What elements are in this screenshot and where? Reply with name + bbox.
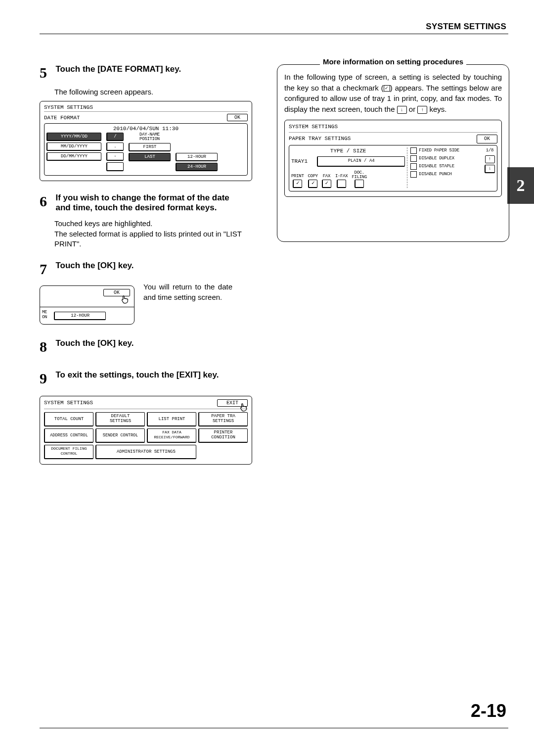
col-print: PRINT	[291, 173, 304, 180]
checkbox-docfiling[interactable]	[355, 180, 364, 188]
step-number: 7	[40, 261, 53, 278]
step-title: If you wish to change the format of the …	[55, 193, 243, 213]
menu-paper-tray[interactable]: PAPER TRASETTINGS	[198, 412, 248, 426]
page-header: SYSTEM SETTINGS	[426, 22, 506, 32]
info-callout: More information on setting procedures I…	[277, 64, 509, 242]
step-number: 6	[40, 193, 53, 210]
step-number: 5	[40, 64, 53, 81]
page-up-button[interactable]: ↑	[485, 155, 495, 163]
step-title: Touch the [OK] key.	[55, 338, 243, 348]
datetime-display: 2010/04/04/SUN 11:30	[46, 126, 245, 132]
hour-12[interactable]: 12-HOUR	[176, 153, 218, 161]
separator-blank[interactable]	[106, 162, 124, 171]
hour-12[interactable]: 12-HOUR	[54, 312, 106, 320]
screen-subtitle: DATE FORMAT	[44, 115, 80, 121]
opt-disable-punch: DISABLE PUNCH	[419, 171, 451, 178]
type-size-label: TYPE / SIZE	[291, 147, 405, 155]
opt-fixed-paper: FIXED PAPER SIDE	[419, 147, 459, 154]
step-body: The following screen appears.	[54, 87, 252, 97]
menu-sender-control[interactable]: SENDER CONTROL	[95, 428, 145, 443]
page-down-button[interactable]: ↓	[485, 165, 495, 173]
page-indicator: 1/8	[486, 147, 493, 154]
exit-screen: SYSTEM SETTINGS EXIT TOTAL COUNT DEFAULT…	[40, 396, 252, 465]
step-aside: You will return to the date and time set…	[143, 282, 232, 302]
menu-default-settings[interactable]: DEFAULTSETTINGS	[95, 412, 145, 426]
step-body: Touched keys are highlighted.	[54, 219, 252, 229]
checkbox-fixed-side[interactable]	[410, 147, 417, 154]
cropped-labels: MEON	[42, 310, 47, 320]
step-title: Touch the [OK] key.	[55, 261, 243, 271]
ok-button[interactable]: OK	[227, 114, 248, 121]
step-title: Touch the [DATE FORMAT] key.	[55, 64, 243, 74]
step-6: 6 If you wish to change the format of th…	[40, 193, 252, 249]
step-number: 9	[40, 370, 53, 387]
checkbox-disable-punch[interactable]	[410, 171, 417, 178]
date-format-screen: SYSTEM SETTINGS DATE FORMAT OK 2010/04/0…	[40, 101, 252, 181]
col-fax: FAX	[322, 173, 331, 180]
checkbox-ifax[interactable]	[337, 180, 346, 188]
step-body: The selected format is applied to lists …	[54, 229, 252, 249]
step-number: 8	[40, 338, 53, 355]
menu-admin-settings[interactable]: ADMINISTRATOR SETTINGS	[95, 445, 196, 459]
down-arrow-icon: ↓	[397, 106, 407, 114]
checkbox-fax[interactable]: ✓	[322, 180, 331, 188]
callout-title: More information on setting procedures	[320, 56, 466, 67]
menu-doc-filing[interactable]: DOCUMENT FILINGCONTROL	[44, 445, 93, 459]
chapter-tab: 2	[507, 167, 534, 204]
col-ifax: I-FAX	[335, 173, 348, 180]
tray1-type-button[interactable]: PLAIN / A4	[317, 156, 405, 167]
col-docfiling: DOC.FILING	[352, 171, 367, 180]
tray1-label: TRAY1	[291, 158, 312, 166]
ok-button[interactable]: OK	[477, 135, 497, 144]
menu-address-control[interactable]: ADDRESS CONTROL	[44, 428, 93, 443]
hand-cursor-icon	[238, 402, 249, 412]
screen-title: SYSTEM SETTINGS	[289, 123, 497, 131]
step-9: 9 To exit the settings, touch the [EXIT]…	[40, 370, 252, 465]
step-7: 7 Touch the [OK] key. OK MEON	[40, 261, 252, 325]
screen-title: SYSTEM SETTINGS	[44, 104, 248, 110]
hour-24[interactable]: 24-HOUR	[176, 163, 218, 171]
dayname-last[interactable]: LAST	[129, 153, 171, 161]
opt-disable-staple: DISABLE STAPLE	[419, 163, 454, 170]
checkbox-disable-staple[interactable]	[410, 163, 417, 170]
separator-dot[interactable]: .	[106, 142, 124, 151]
menu-fax-data[interactable]: FAX DATARECEIVE/FORWARD	[147, 428, 196, 443]
menu-total-count[interactable]: TOTAL COUNT	[44, 412, 93, 426]
screen-title: SYSTEM SETTINGS	[44, 400, 93, 406]
format-yyyymmdd[interactable]: YYYY/MM/DD	[46, 133, 101, 141]
step-5: 5 Touch the [DATE FORMAT] key. The follo…	[40, 64, 252, 181]
separator-slash[interactable]: /	[106, 133, 124, 141]
callout-body: In the following type of screen, a setti…	[284, 72, 502, 115]
paper-tray-screen: SYSTEM SETTINGS PAPER TRAY SETTINGS OK T…	[284, 120, 502, 197]
ok-button[interactable]: OK	[103, 289, 130, 296]
separator-dash[interactable]: -	[106, 152, 124, 161]
footer-rule	[40, 728, 508, 728]
format-ddmmyyyy[interactable]: DD/MM/YYYY	[46, 152, 101, 161]
format-mmddyyyy[interactable]: MM/DD/YYYY	[46, 142, 101, 151]
page-number: 2-19	[471, 701, 506, 721]
dayname-first[interactable]: FIRST	[129, 143, 171, 151]
step-8: 8 Touch the [OK] key.	[40, 338, 252, 355]
header-rule	[40, 34, 508, 34]
up-arrow-icon: ↑	[417, 106, 427, 114]
checkbox-disable-duplex[interactable]	[410, 155, 417, 162]
ok-screen-cropped: OK MEON 12-HOUR	[40, 285, 134, 325]
checkbox-icon: ✓	[384, 85, 390, 92]
col-copy: COPY	[308, 173, 318, 180]
checkbox-print[interactable]: ✓	[293, 180, 302, 188]
checkbox-copy[interactable]: ✓	[308, 180, 317, 188]
step-title: To exit the settings, touch the [EXIT] k…	[55, 370, 243, 380]
dayname-label: DAY-NAMEPOSITION	[129, 133, 171, 142]
menu-list-print[interactable]: LIST PRINT	[147, 412, 196, 426]
screen-subtitle: PAPER TRAY SETTINGS	[289, 135, 351, 143]
opt-disable-duplex: DISABLE DUPLEX	[419, 155, 454, 162]
menu-printer-condition[interactable]: PRINTERCONDITION	[198, 428, 248, 443]
